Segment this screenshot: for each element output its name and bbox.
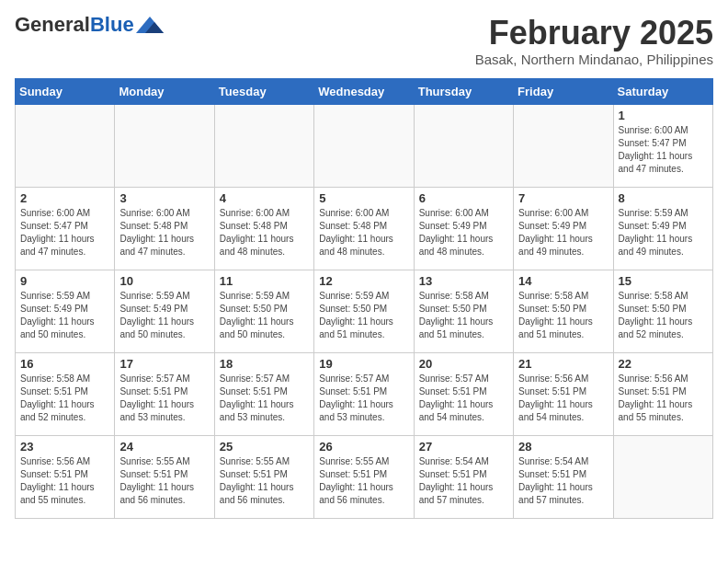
day-info: Sunrise: 5:58 AM Sunset: 5:51 PM Dayligh…	[20, 373, 109, 424]
calendar-cell: 19Sunrise: 5:57 AM Sunset: 5:51 PM Dayli…	[314, 352, 414, 435]
weekday-header: Wednesday	[314, 78, 414, 104]
calendar-cell: 28Sunrise: 5:54 AM Sunset: 5:51 PM Dayli…	[514, 435, 613, 518]
day-info: Sunrise: 5:54 AM Sunset: 5:51 PM Dayligh…	[419, 455, 508, 507]
day-number: 14	[518, 274, 608, 288]
day-number: 18	[220, 357, 309, 371]
calendar-cell: 6Sunrise: 6:00 AM Sunset: 5:49 PM Daylig…	[414, 187, 513, 270]
calendar-cell	[514, 104, 613, 187]
calendar-cell: 12Sunrise: 5:59 AM Sunset: 5:50 PM Dayli…	[314, 270, 414, 352]
day-info: Sunrise: 6:00 AM Sunset: 5:48 PM Dayligh…	[119, 207, 209, 259]
day-info: Sunrise: 5:56 AM Sunset: 5:51 PM Dayligh…	[518, 373, 608, 424]
calendar-cell	[16, 104, 115, 187]
day-number: 3	[119, 191, 209, 205]
logo-text: GeneralBlue	[15, 15, 134, 35]
calendar-cell: 14Sunrise: 5:58 AM Sunset: 5:50 PM Dayli…	[514, 270, 613, 352]
day-info: Sunrise: 5:59 AM Sunset: 5:50 PM Dayligh…	[319, 290, 408, 341]
calendar-cell: 9Sunrise: 5:59 AM Sunset: 5:49 PM Daylig…	[16, 270, 115, 352]
day-info: Sunrise: 5:59 AM Sunset: 5:49 PM Dayligh…	[619, 207, 708, 259]
day-number: 11	[220, 274, 309, 288]
day-info: Sunrise: 6:00 AM Sunset: 5:49 PM Dayligh…	[518, 207, 608, 259]
day-info: Sunrise: 6:00 AM Sunset: 5:47 PM Dayligh…	[619, 124, 708, 176]
day-info: Sunrise: 5:57 AM Sunset: 5:51 PM Dayligh…	[220, 373, 309, 424]
title-section: February 2025 Basak, Northern Mindanao, …	[475, 15, 713, 67]
day-info: Sunrise: 5:58 AM Sunset: 5:50 PM Dayligh…	[419, 290, 508, 341]
calendar-cell	[613, 435, 712, 518]
calendar-table: SundayMondayTuesdayWednesdayThursdayFrid…	[15, 78, 713, 519]
logo-icon	[136, 17, 164, 33]
day-number: 28	[518, 440, 608, 454]
day-number: 21	[518, 357, 608, 371]
day-info: Sunrise: 6:00 AM Sunset: 5:49 PM Dayligh…	[419, 207, 508, 259]
day-number: 6	[419, 191, 508, 205]
day-number: 26	[319, 440, 408, 454]
calendar-cell: 15Sunrise: 5:58 AM Sunset: 5:50 PM Dayli…	[613, 270, 712, 352]
weekday-header: Monday	[115, 78, 214, 104]
calendar-cell: 8Sunrise: 5:59 AM Sunset: 5:49 PM Daylig…	[613, 187, 712, 270]
calendar-cell: 21Sunrise: 5:56 AM Sunset: 5:51 PM Dayli…	[514, 352, 613, 435]
day-info: Sunrise: 5:57 AM Sunset: 5:51 PM Dayligh…	[419, 373, 508, 424]
day-number: 8	[619, 191, 708, 205]
calendar-cell: 22Sunrise: 5:56 AM Sunset: 5:51 PM Dayli…	[613, 352, 712, 435]
day-info: Sunrise: 5:59 AM Sunset: 5:49 PM Dayligh…	[119, 290, 209, 341]
day-info: Sunrise: 5:56 AM Sunset: 5:51 PM Dayligh…	[619, 373, 708, 424]
calendar-cell: 18Sunrise: 5:57 AM Sunset: 5:51 PM Dayli…	[214, 352, 313, 435]
day-number: 5	[319, 191, 408, 205]
calendar-cell: 27Sunrise: 5:54 AM Sunset: 5:51 PM Dayli…	[414, 435, 513, 518]
header: GeneralBlue February 2025 Basak, Norther…	[15, 15, 713, 67]
day-info: Sunrise: 5:56 AM Sunset: 5:51 PM Dayligh…	[20, 455, 109, 507]
day-number: 4	[220, 191, 309, 205]
logo-general: General	[15, 13, 90, 36]
calendar-cell: 11Sunrise: 5:59 AM Sunset: 5:50 PM Dayli…	[214, 270, 313, 352]
calendar-cell: 20Sunrise: 5:57 AM Sunset: 5:51 PM Dayli…	[414, 352, 513, 435]
day-info: Sunrise: 5:58 AM Sunset: 5:50 PM Dayligh…	[518, 290, 608, 341]
weekday-header: Thursday	[414, 78, 513, 104]
day-number: 12	[319, 274, 408, 288]
day-info: Sunrise: 5:57 AM Sunset: 5:51 PM Dayligh…	[319, 373, 408, 424]
day-number: 17	[119, 357, 209, 371]
calendar-cell: 16Sunrise: 5:58 AM Sunset: 5:51 PM Dayli…	[16, 352, 115, 435]
calendar-cell: 3Sunrise: 6:00 AM Sunset: 5:48 PM Daylig…	[115, 187, 214, 270]
logo: GeneralBlue	[15, 15, 164, 35]
logo-blue: Blue	[90, 13, 134, 36]
day-number: 23	[20, 440, 109, 454]
day-info: Sunrise: 5:55 AM Sunset: 5:51 PM Dayligh…	[319, 455, 408, 507]
weekday-header: Friday	[514, 78, 613, 104]
day-number: 7	[518, 191, 608, 205]
day-info: Sunrise: 6:00 AM Sunset: 5:48 PM Dayligh…	[319, 207, 408, 259]
day-number: 25	[220, 440, 309, 454]
month-title: February 2025	[475, 15, 713, 52]
weekday-header: Tuesday	[214, 78, 313, 104]
weekday-header-row: SundayMondayTuesdayWednesdayThursdayFrid…	[16, 78, 713, 104]
day-number: 20	[419, 357, 508, 371]
calendar-week-row: 2Sunrise: 6:00 AM Sunset: 5:47 PM Daylig…	[16, 187, 713, 270]
weekday-header: Saturday	[613, 78, 712, 104]
day-number: 10	[119, 274, 209, 288]
calendar-cell: 25Sunrise: 5:55 AM Sunset: 5:51 PM Dayli…	[214, 435, 313, 518]
calendar-cell: 17Sunrise: 5:57 AM Sunset: 5:51 PM Dayli…	[115, 352, 214, 435]
calendar-cell	[314, 104, 414, 187]
day-info: Sunrise: 5:55 AM Sunset: 5:51 PM Dayligh…	[119, 455, 209, 507]
calendar-week-row: 9Sunrise: 5:59 AM Sunset: 5:49 PM Daylig…	[16, 270, 713, 352]
calendar-cell: 10Sunrise: 5:59 AM Sunset: 5:49 PM Dayli…	[115, 270, 214, 352]
day-number: 24	[119, 440, 209, 454]
calendar-cell: 1Sunrise: 6:00 AM Sunset: 5:47 PM Daylig…	[613, 104, 712, 187]
day-number: 13	[419, 274, 508, 288]
day-number: 1	[619, 109, 708, 122]
weekday-header: Sunday	[16, 78, 115, 104]
day-number: 9	[20, 274, 109, 288]
calendar-cell: 7Sunrise: 6:00 AM Sunset: 5:49 PM Daylig…	[514, 187, 613, 270]
day-info: Sunrise: 5:57 AM Sunset: 5:51 PM Dayligh…	[119, 373, 209, 424]
day-info: Sunrise: 5:54 AM Sunset: 5:51 PM Dayligh…	[518, 455, 608, 507]
day-info: Sunrise: 6:00 AM Sunset: 5:47 PM Dayligh…	[20, 207, 109, 259]
location-title: Basak, Northern Mindanao, Philippines	[475, 52, 713, 67]
day-info: Sunrise: 5:59 AM Sunset: 5:49 PM Dayligh…	[20, 290, 109, 341]
day-number: 22	[619, 357, 708, 371]
day-info: Sunrise: 6:00 AM Sunset: 5:48 PM Dayligh…	[220, 207, 309, 259]
calendar-cell: 26Sunrise: 5:55 AM Sunset: 5:51 PM Dayli…	[314, 435, 414, 518]
calendar-cell: 5Sunrise: 6:00 AM Sunset: 5:48 PM Daylig…	[314, 187, 414, 270]
calendar-cell: 24Sunrise: 5:55 AM Sunset: 5:51 PM Dayli…	[115, 435, 214, 518]
day-info: Sunrise: 5:58 AM Sunset: 5:50 PM Dayligh…	[619, 290, 708, 341]
calendar-cell: 4Sunrise: 6:00 AM Sunset: 5:48 PM Daylig…	[214, 187, 313, 270]
calendar-cell	[414, 104, 513, 187]
day-number: 19	[319, 357, 408, 371]
